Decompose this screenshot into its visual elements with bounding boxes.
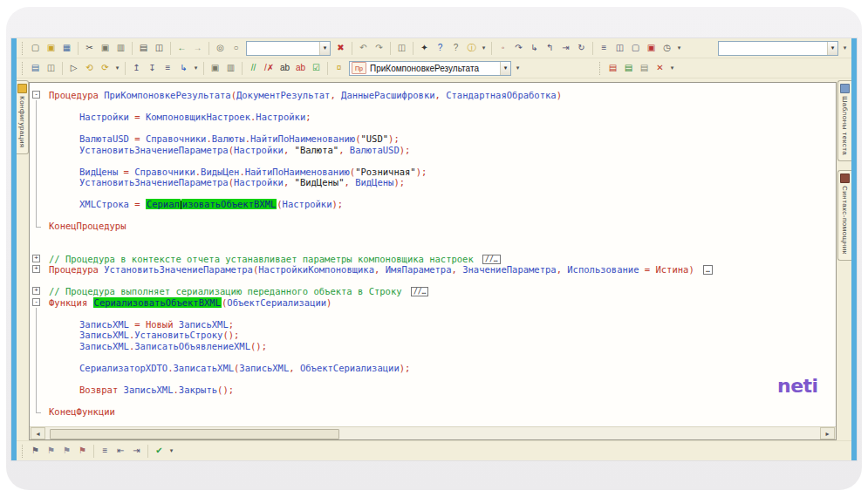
- toolbar-options-icon[interactable]: ▾: [480, 41, 488, 55]
- code-line[interactable]: [30, 373, 836, 385]
- procedure-navigator-combo[interactable]: Пр ПриКомпоновкеРезультата ▾: [349, 61, 511, 76]
- code-line[interactable]: [30, 232, 836, 243]
- help-icon[interactable]: ?: [433, 41, 448, 55]
- goto-definition-icon[interactable]: ↳: [176, 61, 191, 75]
- step-over-icon[interactable]: ↷: [511, 41, 526, 55]
- code-line[interactable]: -Функция СериализоватьОбъектВXML(ОбъектС…: [30, 297, 836, 309]
- code-line[interactable]: УстановитьЗначениеПараметра(Настройки, "…: [30, 145, 836, 156]
- redo-icon[interactable]: ↷: [372, 41, 386, 55]
- tab-syntax-helper[interactable]: Синтакс-помощник: [837, 170, 851, 261]
- new-file-icon[interactable]: ▢: [28, 41, 43, 55]
- toolbar-options-icon[interactable]: ▾: [668, 61, 676, 75]
- code-line[interactable]: УстановитьЗначениеПараметра(Настройки, "…: [30, 177, 836, 188]
- stop-debug-icon[interactable]: ▣: [644, 41, 659, 55]
- scroll-right-icon[interactable]: ▸: [820, 427, 835, 439]
- bookmark-page-gray-icon[interactable]: ▤: [637, 61, 652, 75]
- watch-icon[interactable]: ◫: [612, 41, 627, 55]
- copy-fragment-icon[interactable]: ▣: [208, 61, 222, 75]
- code-line[interactable]: ВидЦены = Справочники.ВидыЦен.НайтиПоНаи…: [30, 167, 836, 178]
- bookmark-page-red-icon[interactable]: ▤: [605, 61, 620, 75]
- context-combo[interactable]: ▾: [718, 41, 838, 56]
- open-folder-icon[interactable]: ▣: [44, 41, 58, 55]
- uncomment-icon[interactable]: /✗: [262, 61, 277, 75]
- shift-left-icon[interactable]: ⇤: [113, 444, 128, 458]
- scroll-left-icon[interactable]: ◂: [31, 427, 45, 439]
- format-block-icon[interactable]: ≡: [98, 444, 113, 458]
- context-combo-input[interactable]: [719, 43, 827, 54]
- code-line[interactable]: +Процедура УстановитьЗначениеПараметра(Н…: [30, 264, 836, 276]
- code-line[interactable]: [30, 101, 836, 112]
- bookmark-page-close-icon[interactable]: ✕: [653, 61, 667, 75]
- bookmark-page-green-icon[interactable]: ▤: [621, 61, 636, 75]
- print-preview-icon[interactable]: ◫: [152, 41, 167, 55]
- toolbar-options-icon[interactable]: ▾: [841, 41, 849, 55]
- stack-icon[interactable]: ≡: [597, 41, 612, 55]
- cut-icon[interactable]: ✂: [82, 41, 97, 55]
- code-line[interactable]: -Процедура ПриКомпоновкеРезультата(Докум…: [30, 90, 836, 101]
- info-icon[interactable]: ⓘ: [464, 41, 479, 55]
- procedure-combo-dropdown-icon[interactable]: ▾: [500, 62, 510, 75]
- spellcheck-off-icon[interactable]: ab: [293, 61, 308, 75]
- back-icon[interactable]: ←: [174, 41, 189, 55]
- new-window-icon[interactable]: ◫: [394, 41, 409, 55]
- find-icon[interactable]: ○: [229, 41, 243, 55]
- code-editor[interactable]: -Процедура ПриКомпоновкеРезультата(Докум…: [30, 83, 836, 426]
- expand-icon[interactable]: +: [32, 255, 40, 262]
- toolbar-options-icon[interactable]: ▾: [167, 444, 175, 458]
- shift-right-icon[interactable]: ⇥: [129, 444, 144, 458]
- collapse-icon[interactable]: -: [32, 91, 40, 99]
- search-dropdown-icon[interactable]: ▾: [319, 42, 330, 55]
- code-line[interactable]: ЗаписьXML = Новый ЗаписьXML;: [30, 319, 836, 330]
- code-line[interactable]: [30, 351, 836, 363]
- collapse-icon[interactable]: -: [32, 298, 40, 306]
- context-combo-dropdown-icon[interactable]: ▾: [827, 42, 837, 55]
- comment-icon[interactable]: //: [246, 61, 261, 75]
- code-line[interactable]: ЗаписьXML.УстановитьСтроку();: [30, 330, 836, 341]
- prev-bookmark-icon[interactable]: ⚑: [59, 444, 74, 458]
- next-bookmark-icon[interactable]: ⚑: [44, 444, 58, 458]
- scroll-track[interactable]: [46, 428, 819, 439]
- help-index-icon[interactable]: ?: [448, 41, 463, 55]
- toolbar-options-icon[interactable]: ▾: [192, 61, 200, 75]
- toolbar-options-icon[interactable]: ▾: [113, 61, 121, 75]
- quick-search-combo[interactable]: ▾: [246, 41, 331, 56]
- code-line[interactable]: ЗаписьXML.ЗаписатьОбъявлениеXML();: [30, 341, 836, 352]
- code-line[interactable]: [30, 242, 836, 254]
- window-split-icon[interactable]: ◫: [44, 61, 58, 75]
- code-line[interactable]: КонецФункции: [30, 406, 836, 418]
- code-line[interactable]: ВалютаUSD = Справочники.Валюты.НайтиПоНа…: [30, 133, 836, 145]
- code-line[interactable]: Возврат ЗаписьXML.Закрыть();: [30, 385, 836, 396]
- search-input[interactable]: [247, 43, 319, 54]
- open-module-icon[interactable]: ▷: [66, 61, 81, 75]
- code-line[interactable]: [30, 210, 836, 221]
- back-history-icon[interactable]: ⟲: [82, 61, 97, 75]
- forward-history-icon[interactable]: ⟳: [98, 61, 113, 75]
- code-line[interactable]: +// Процедура в контексте отчета устанав…: [30, 254, 836, 265]
- toolbar-options-icon[interactable]: ▾: [675, 41, 683, 55]
- code-line[interactable]: КонецПроцедуры: [30, 221, 836, 232]
- spellcheck-icon[interactable]: ab: [277, 61, 292, 75]
- compute-expression-icon[interactable]: ▢: [628, 41, 643, 55]
- save-icon[interactable]: ▦: [59, 41, 74, 55]
- expand-icon[interactable]: +: [32, 287, 40, 295]
- code-line[interactable]: Настройки = КомпоновщикНастроек.Настройк…: [30, 112, 836, 123]
- code-line[interactable]: +// Процедура выполняет сериализацию пер…: [30, 286, 836, 297]
- forward-icon[interactable]: →: [190, 41, 205, 55]
- code-line[interactable]: [30, 308, 836, 319]
- copy-icon[interactable]: ▣: [98, 41, 113, 55]
- expand-icon[interactable]: +: [32, 265, 40, 273]
- module-list-icon[interactable]: ▤: [28, 61, 43, 75]
- code-line[interactable]: [30, 395, 836, 406]
- code-line[interactable]: [30, 276, 836, 287]
- prev-procedure-icon[interactable]: ↥: [129, 61, 144, 75]
- syntax-check-icon[interactable]: ☑: [309, 61, 324, 75]
- search-clear-icon[interactable]: ✖: [333, 41, 348, 55]
- toolbar-options-icon[interactable]: ▾: [514, 61, 522, 75]
- syntax-helper-icon[interactable]: ✦: [417, 41, 432, 55]
- tab-configuration[interactable]: Конфигурация: [17, 80, 29, 154]
- key-icon[interactable]: ¤: [331, 61, 346, 75]
- check-syntax-icon[interactable]: ✔: [152, 444, 167, 458]
- undo-icon[interactable]: ↶: [356, 41, 371, 55]
- code-line[interactable]: [30, 155, 836, 167]
- toggle-bookmark-icon[interactable]: ⚑: [28, 444, 43, 458]
